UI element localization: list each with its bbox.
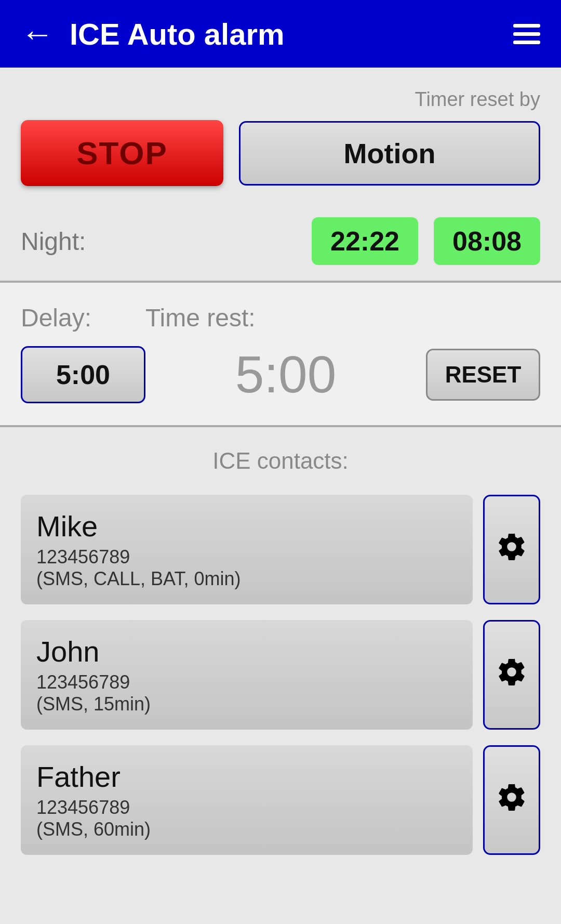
timerest-label: Time rest: xyxy=(145,303,540,332)
contact-name-john: John xyxy=(36,635,457,668)
delay-timerest-controls: 5:00 5:00 RESET xyxy=(21,345,540,404)
delay-timerest-labels: Delay: Time rest: xyxy=(21,303,540,332)
gear-button-mike[interactable] xyxy=(483,495,540,604)
gear-button-father[interactable] xyxy=(483,745,540,855)
menu-line1 xyxy=(513,24,540,28)
contact-row-1: John 123456789 (SMS, 15min) xyxy=(21,620,540,730)
contact-card-mike[interactable]: Mike 123456789 (SMS, CALL, BAT, 0min) xyxy=(21,495,473,604)
night-label: Night: xyxy=(21,227,99,256)
back-button[interactable]: ← xyxy=(21,17,54,50)
gear-icon-john xyxy=(496,656,527,694)
stop-motion-row: STOP Motion xyxy=(21,120,540,186)
menu-button[interactable] xyxy=(513,24,540,44)
contact-row-2: Father 123456789 (SMS, 60min) xyxy=(21,745,540,855)
app-title: ICE Auto alarm xyxy=(70,17,513,51)
contact-phone-john: 123456789 xyxy=(36,671,457,693)
gear-icon xyxy=(496,531,527,569)
motion-button[interactable]: Motion xyxy=(239,121,540,186)
reset-button[interactable]: RESET xyxy=(426,349,540,401)
stop-button[interactable]: STOP xyxy=(21,120,223,186)
contact-meta-father: (SMS, 60min) xyxy=(36,819,457,840)
night-row: Night: 22:22 08:08 xyxy=(0,202,561,281)
app-header: ← ICE Auto alarm xyxy=(0,0,561,68)
contact-name-mike: Mike xyxy=(36,509,457,543)
delay-label: Delay: xyxy=(21,303,145,332)
night-end-time[interactable]: 08:08 xyxy=(434,217,540,265)
contact-meta-john: (SMS, 15min) xyxy=(36,693,457,715)
menu-line3 xyxy=(513,41,540,44)
night-start-time[interactable]: 22:22 xyxy=(312,217,418,265)
contact-row-0: Mike 123456789 (SMS, CALL, BAT, 0min) xyxy=(21,495,540,604)
contact-card-john[interactable]: John 123456789 (SMS, 15min) xyxy=(21,620,473,730)
ice-contacts-section: ICE contacts: Mike 123456789 (SMS, CALL,… xyxy=(0,427,561,891)
contact-meta-mike: (SMS, CALL, BAT, 0min) xyxy=(36,568,457,590)
timer-reset-label: Timer reset by xyxy=(21,88,540,111)
gear-button-john[interactable] xyxy=(483,620,540,730)
delay-timerest-section: Delay: Time rest: 5:00 5:00 RESET xyxy=(0,283,561,425)
gear-icon-father xyxy=(496,782,527,819)
contact-phone-mike: 123456789 xyxy=(36,546,457,568)
contact-name-father: Father xyxy=(36,760,457,794)
ice-contacts-title: ICE contacts: xyxy=(21,448,540,474)
menu-line2 xyxy=(513,32,540,36)
delay-button[interactable]: 5:00 xyxy=(21,346,145,403)
time-rest-value: 5:00 xyxy=(161,345,410,404)
contact-phone-father: 123456789 xyxy=(36,797,457,819)
contact-card-father[interactable]: Father 123456789 (SMS, 60min) xyxy=(21,745,473,855)
stop-motion-section: Timer reset by STOP Motion xyxy=(0,68,561,202)
